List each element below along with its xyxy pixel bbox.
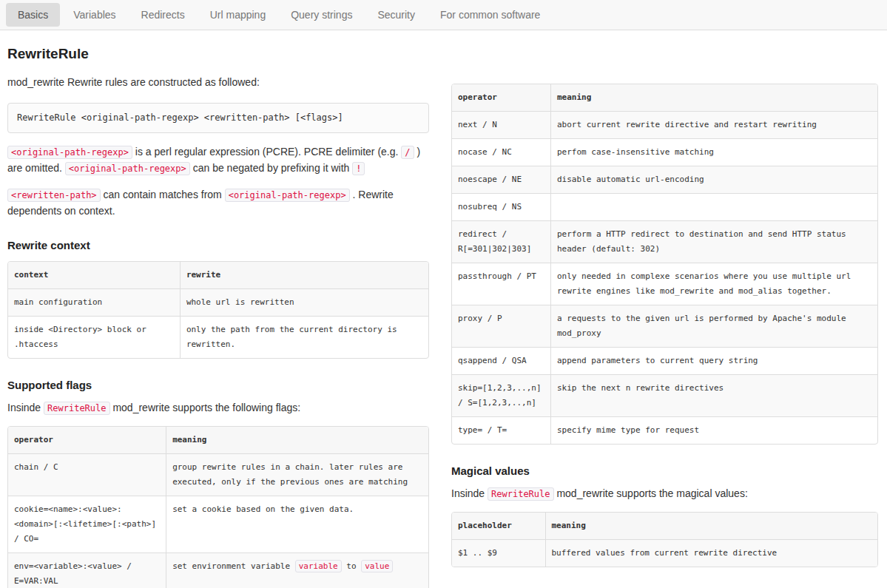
table-row: nocase / NCperfom case-insensitive match… bbox=[452, 138, 877, 166]
content: RewriteRule mod_rewrite Rewrite rules ar… bbox=[0, 30, 887, 588]
table-cell: passthrough / PT bbox=[452, 263, 551, 305]
tab-bar: BasicsVariablesRedirectsUrl mappingQuery… bbox=[0, 0, 887, 30]
table-cell: nocase / NC bbox=[452, 138, 551, 166]
table-row: cookie=<name>:<value>: <domain>[:<lifeti… bbox=[8, 496, 428, 552]
table-row: main configurationwhole url is rewritten bbox=[8, 288, 428, 316]
syntax-code: RewriteRule <original-path-regexp> <rewr… bbox=[17, 112, 343, 123]
magical-values-table-wrap: placeholdermeaning$1 .. $9buffered value… bbox=[451, 512, 878, 567]
paragraph-rewritten-path: <rewritten-path> can contain matches fro… bbox=[7, 187, 429, 219]
inline-code: <rewritten-path> bbox=[7, 189, 101, 202]
table-header-row: contextrewrite bbox=[8, 262, 428, 288]
table-cell: perform a HTTP redirect to destination a… bbox=[551, 220, 877, 263]
inline-code: RewriteRule bbox=[44, 402, 109, 415]
table-cell: chain / C bbox=[8, 453, 166, 496]
column-header: meaning bbox=[166, 427, 428, 453]
table-cell: skip=[1,2,3,..,n] / S=[1,2,3,..,n] bbox=[452, 374, 551, 416]
supported-flags-table-left: operatormeaningchain / Cgroup rewrite ru… bbox=[8, 427, 428, 588]
table-cell: next / N bbox=[452, 111, 551, 138]
table-row: nosubreq / NS bbox=[452, 193, 877, 220]
table-cell: set environment variable variable to val… bbox=[166, 552, 428, 588]
table-cell: whole url is rewritten bbox=[181, 288, 428, 316]
table-cell: nosubreq / NS bbox=[452, 193, 551, 220]
inline-code: <original-path-regexp> bbox=[225, 189, 350, 202]
table-cell: inside <Directory> block or .htaccess bbox=[8, 316, 181, 358]
column-header: meaning bbox=[546, 513, 878, 539]
table-cell: redirect / R[=301|302|303] bbox=[452, 220, 551, 263]
supported-flags-lead: Insinde RewriteRule mod_rewrite supports… bbox=[7, 400, 429, 416]
table-cell: cookie=<name>:<value>: <domain>[:<lifeti… bbox=[8, 496, 166, 552]
table-row: noescape / NEdisable automatic url-encod… bbox=[452, 166, 877, 193]
table-cell: only the path from the current directory… bbox=[181, 316, 428, 358]
rewrite-context-table: contextrewritemain configurationwhole ur… bbox=[8, 262, 428, 358]
table-cell: only needed in complexe scenarios where … bbox=[551, 263, 877, 305]
tab-url-mapping[interactable]: Url mapping bbox=[198, 3, 277, 27]
inline-code: <original-path-regexp> bbox=[7, 146, 132, 159]
inline-code: ! bbox=[352, 162, 365, 175]
left-column: RewriteRule mod_rewrite Rewrite rules ar… bbox=[7, 30, 429, 588]
section-heading-magical-values: Magical values bbox=[451, 464, 878, 477]
table-row: chain / Cgroup rewrite rules in a chain.… bbox=[8, 453, 428, 496]
tab-for-common-software[interactable]: For common software bbox=[428, 3, 552, 27]
table-cell: a requests to the given url is performed… bbox=[551, 305, 877, 347]
tab-query-strings[interactable]: Query strings bbox=[279, 3, 364, 27]
magical-values-table: placeholdermeaning$1 .. $9buffered value… bbox=[452, 513, 877, 567]
table-cell: noescape / NE bbox=[452, 166, 551, 193]
column-header: operator bbox=[8, 427, 166, 453]
tab-redirects[interactable]: Redirects bbox=[129, 3, 197, 27]
table-cell: skip the next n rewrite directives bbox=[551, 374, 877, 416]
table-cell: proxy / P bbox=[452, 305, 551, 347]
table-row: inside <Directory> block or .htaccessonl… bbox=[8, 316, 428, 358]
table-row: proxy / Pa requests to the given url is … bbox=[452, 305, 877, 347]
inline-code: RewriteRule bbox=[488, 487, 553, 501]
table-header-row: operatormeaning bbox=[452, 84, 877, 111]
table-cell: env=<variable>:<value> / E=VAR:VAL bbox=[8, 552, 166, 588]
column-header: context bbox=[8, 262, 181, 288]
table-cell: qsappend / QSA bbox=[452, 347, 551, 374]
table-cell: group rewrite rules in a chain. later ru… bbox=[166, 453, 428, 496]
table-cell: buffered values from current rewrite dir… bbox=[546, 539, 878, 567]
tab-variables[interactable]: Variables bbox=[61, 3, 127, 27]
table-row: $1 .. $9buffered values from current rew… bbox=[452, 539, 877, 567]
table-cell: $1 .. $9 bbox=[452, 539, 546, 567]
table-row: skip=[1,2,3,..,n] / S=[1,2,3,..,n]skip t… bbox=[452, 374, 877, 416]
right-column: operatormeaningnext / Nabort current rew… bbox=[451, 74, 878, 588]
section-heading-rewrite-context: Rewrite context bbox=[7, 239, 429, 251]
column-header: meaning bbox=[551, 84, 877, 111]
section-heading-supported-flags: Supported flags bbox=[7, 379, 429, 391]
page-title: RewriteRule bbox=[7, 46, 429, 62]
table-cell: specify mime type for request bbox=[551, 416, 877, 444]
table-cell: perfom case-insensitive matching bbox=[551, 138, 877, 166]
tab-basics[interactable]: Basics bbox=[6, 3, 60, 27]
inline-code: <original-path-regexp> bbox=[65, 162, 190, 175]
table-row: redirect / R[=301|302|303]perform a HTTP… bbox=[452, 220, 877, 263]
table-cell bbox=[551, 193, 877, 220]
table-cell: abort current rewrite directive and rest… bbox=[551, 111, 877, 138]
rewrite-context-table-wrap: contextrewritemain configurationwhole ur… bbox=[7, 261, 429, 359]
table-row: type= / T=specify mime type for request bbox=[452, 416, 877, 444]
tab-security[interactable]: Security bbox=[365, 3, 427, 27]
supported-flags-table-right-wrap: operatormeaningnext / Nabort current rew… bbox=[451, 84, 878, 445]
table-cell: set a cookie based on the given data. bbox=[166, 496, 428, 552]
table-header-row: placeholdermeaning bbox=[452, 513, 877, 539]
intro-text: mod_rewrite Rewrite rules are constructe… bbox=[7, 75, 429, 90]
table-cell: disable automatic url-encoding bbox=[551, 166, 877, 193]
supported-flags-table-left-wrap: operatormeaningchain / Cgroup rewrite ru… bbox=[7, 426, 429, 588]
inline-code: / bbox=[401, 146, 414, 159]
column-header: placeholder bbox=[452, 513, 546, 539]
table-cell: append parameters to current query strin… bbox=[551, 347, 877, 374]
table-cell: main configuration bbox=[8, 288, 181, 316]
table-cell: type= / T= bbox=[452, 416, 551, 444]
table-header-row: operatormeaning bbox=[8, 427, 428, 453]
table-row: env=<variable>:<value> / E=VAR:VALset en… bbox=[8, 552, 428, 588]
magical-values-lead: Insinde RewriteRule mod_rewrite supports… bbox=[451, 486, 878, 502]
paragraph-original-path-regexp: <original-path-regexp> is a perl regular… bbox=[7, 144, 429, 177]
table-row: qsappend / QSAappend parameters to curre… bbox=[452, 347, 877, 374]
column-header: operator bbox=[452, 84, 551, 111]
supported-flags-table-right: operatormeaningnext / Nabort current rew… bbox=[452, 84, 877, 444]
syntax-code-block: RewriteRule <original-path-regexp> <rewr… bbox=[7, 103, 429, 133]
table-row: next / Nabort current rewrite directive … bbox=[452, 111, 877, 138]
table-row: passthrough / PTonly needed in complexe … bbox=[452, 263, 877, 305]
inline-code: value bbox=[361, 560, 393, 572]
inline-code: variable bbox=[295, 560, 342, 572]
column-header: rewrite bbox=[181, 262, 428, 288]
